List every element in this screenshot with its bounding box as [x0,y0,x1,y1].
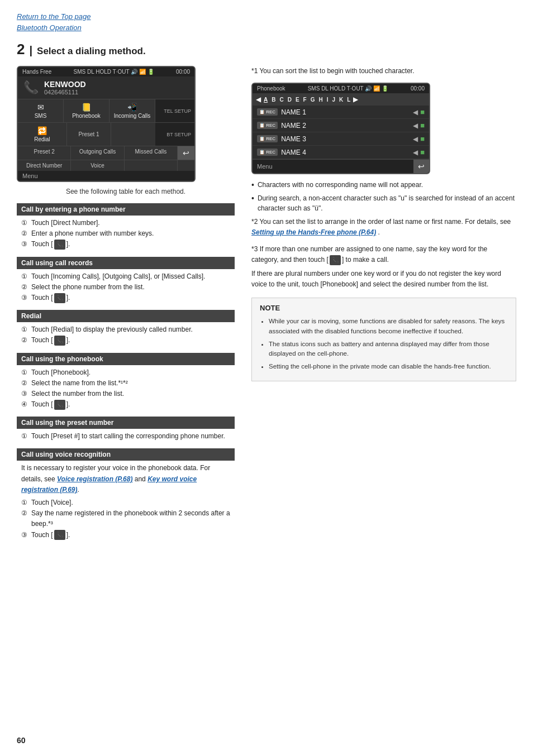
method-phonebook: Call using the phonebook ①Touch [Phonebo… [17,353,235,413]
method-preset-body: ①Touch [Preset #] to start calling the c… [17,429,235,444]
method-redial-header: Redial [17,310,235,322]
screen-time: 00:00 [176,69,190,75]
pb-status-icons: SMS DL HOLD T·OUT 🔊 📶 🔋 [308,85,388,92]
sms-icon: ✉ [20,103,61,112]
back-icon: ↩ [183,149,189,157]
bullet-2: • During search, a non-accent character … [251,193,516,213]
incoming-calls-button[interactable]: 📲 Incoming Calls [110,99,155,122]
alpha-row: ◀ A B C D E F G H I J K L ▶ [253,93,429,106]
caller-number: 0426465111 [44,89,189,95]
preset1-area: Preset 1 [67,123,112,146]
breadcrumb: Return to the Top page Bluetooth Operati… [17,11,516,33]
note-box-title: NOTE [260,304,508,312]
rec-badge-4: 📋 REC [257,149,278,156]
empty-preset [125,160,178,171]
method-voice: Call using voice recognition It is neces… [17,448,235,542]
right-column: *1 You can sort the list to begin with t… [251,66,516,547]
incoming-calls-icon: 📲 [112,103,153,112]
caption-text: See the following table for each method. [17,188,235,195]
breadcrumb-link-top[interactable]: Return to the Top page [17,11,516,22]
missed-calls-button[interactable]: Missed Calls [125,146,178,160]
entry-arrow-4: ◀ [413,149,418,156]
breadcrumb-link-bluetooth[interactable]: Bluetooth Operation [17,22,516,34]
section-title: Select a dialing method. [37,46,146,57]
entry-marker-4: ■ [420,148,425,156]
outgoing-calls-button[interactable]: Outgoing Calls [71,146,124,160]
alpha-left-arrow[interactable]: ◀ [256,95,261,103]
rec-badge-3: 📋 REC [257,135,278,142]
bt-setup-label: BT SETUP [155,123,194,146]
entry-name-1: NAME 1 [281,108,413,116]
method-preset-header: Call using the preset number [17,417,235,429]
hands-free-screen: Hands Free SMS DL HOLD T·OUT 🔊 📶 🔋 00:00… [17,66,196,182]
entry-arrow-3: ◀ [413,135,418,143]
entry-marker-2: ■ [420,121,425,130]
method-call-records: Call using call records ①Touch [Incoming… [17,257,235,306]
back-button[interactable]: ↩ [178,146,194,160]
phonebook-entry-1[interactable]: 📋 REC NAME 1 ◀ ■ [253,106,429,119]
bullet-text-1: Characters with no corresponding name wi… [258,180,423,190]
note-box-list: While your car is moving, some functions… [260,317,508,371]
method-redial: Redial ①Touch [Redial] to display the pr… [17,310,235,348]
spacer [178,160,194,171]
alpha-right-arrow[interactable]: ▶ [353,95,358,103]
page-number: 60 [17,736,26,745]
method-enter-phone-header: Call by entering a phone number [17,203,235,216]
method-phonebook-body: ①Touch [Phonebook]. ②Select the name fro… [17,365,235,413]
pb-back-button[interactable]: ↩ [413,160,429,173]
redial-icon: 🔁 [20,126,64,135]
entry-name-3: NAME 3 [281,135,413,143]
entry-marker-1: ■ [420,108,425,116]
method-call-records-header: Call using call records [17,257,235,269]
rec-badge-1: 📋 REC [257,108,278,116]
phonebook-screen: Phonebook SMS DL HOLD T·OUT 🔊 📶 🔋 00:00 … [251,83,430,174]
caller-name: KENWOOD [44,80,189,89]
direct-number-button[interactable]: Direct Number [18,160,71,171]
method-call-records-body: ①Touch [Incoming Calls], [Outgoing Calls… [17,269,235,306]
pb-time: 00:00 [411,85,425,92]
note1-text: *1 You can sort the list to begin with t… [251,66,516,76]
redial-button[interactable]: 🔁 Redial [18,123,67,146]
screen-title: Hands Free [22,69,51,75]
phonebook-entry-2[interactable]: 📋 REC NAME 2 ◀ ■ [253,119,429,132]
phonebook-entry-4[interactable]: 📋 REC NAME 4 ◀ ■ [253,146,429,159]
pb-footer-menu[interactable]: Menu [253,161,413,171]
voice-registration-link[interactable]: Voice registration (P.68) [57,475,132,483]
empty-area [111,123,155,146]
note-box: NOTE While your car is moving, some func… [251,298,516,381]
entry-arrow-1: ◀ [413,108,418,116]
call-icon: 📞 [23,80,39,95]
entry-name-4: NAME 4 [281,149,413,156]
hands-free-setup-link[interactable]: Setting up the Hands-Free phone (P.64) [251,228,376,236]
section-number: 2 [17,41,25,58]
entry-marker-3: ■ [420,135,425,143]
bullet-1: • Characters with no corresponding name … [251,180,516,190]
method-enter-phone: Call by entering a phone number ①Touch [… [17,203,235,252]
method-preset: Call using the preset number ①Touch [Pre… [17,417,235,444]
left-column: Hands Free SMS DL HOLD T·OUT 🔊 📶 🔋 00:00… [17,66,235,547]
note-item-2: The status icons such as battery and ant… [269,339,508,359]
note2-section: *2 You can set the list to arrange in th… [251,217,516,238]
entry-arrow-2: ◀ [413,122,418,130]
method-enter-phone-body: ①Touch [Direct Number]. ②Enter a phone n… [17,216,235,252]
screen-footer-menu[interactable]: Menu [22,173,38,179]
tel-setup-label: TEL SETUP [155,99,194,122]
phonebook-icon: 📒 [66,103,107,112]
rec-badge-2: 📋 REC [257,122,278,129]
preset1-label: Preset 1 [78,131,99,137]
section-divider: | [29,44,32,57]
method-phonebook-header: Call using the phonebook [17,353,235,365]
note-item-3: Setting the cell-phone in the private mo… [269,362,508,371]
method-redial-body: ①Touch [Redial] to display the previousl… [17,322,235,348]
phonebook-entry-3[interactable]: 📋 REC NAME 3 ◀ ■ [253,132,429,146]
sms-button[interactable]: ✉ SMS [18,99,64,122]
note3-section: *3 If more than one number are assigned … [251,244,516,290]
voice-button[interactable]: Voice [71,160,124,171]
section-header: 2 | Select a dialing method. [17,41,516,58]
method-voice-body: It is necessary to register your voice i… [17,461,235,542]
preset2-button[interactable]: Preset 2 [18,146,71,160]
entry-name-2: NAME 2 [281,122,413,130]
screen-status-icons: SMS DL HOLD T·OUT 🔊 📶 🔋 [74,69,154,75]
phonebook-button[interactable]: 📒 Phonebook [64,99,110,122]
pb-screen-title: Phonebook [257,85,285,92]
